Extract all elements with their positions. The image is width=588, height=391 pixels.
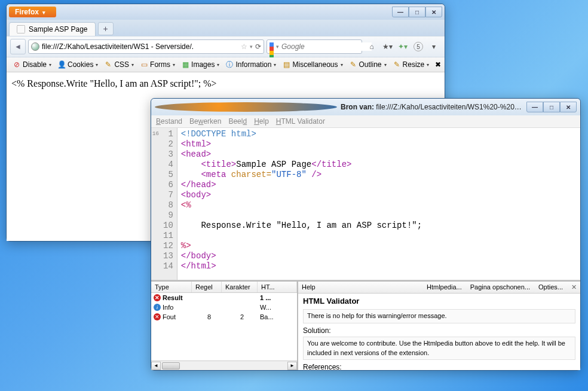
dropdown-icon[interactable]: ▾ <box>250 44 253 50</box>
source-window-controls: — □ ✕ <box>526 102 577 112</box>
bookmarks-icon[interactable]: ★▾ <box>380 40 394 53</box>
help-panel: Help Htmlpedia... Pagina opschonen... Op… <box>298 282 580 370</box>
code-area[interactable]: <!DOCTYPE html><html><head> <title>Sampl… <box>177 128 580 280</box>
window-controls: — □ ✕ <box>392 7 442 17</box>
new-tab-button[interactable]: + <box>98 22 114 35</box>
cookies-icon: 👤 <box>57 60 66 69</box>
help-title: HTML Validator <box>303 296 575 307</box>
scroll-left-icon[interactable]: ◄ <box>151 362 161 370</box>
table-body: ✕Result1 ...iInfoW...✕Fout82Ba... <box>151 293 297 361</box>
error-icon: ✕ <box>154 313 161 320</box>
counter-badge[interactable]: 5 <box>411 40 425 53</box>
scroll-thumb[interactable] <box>162 362 180 369</box>
error-icon: ✕ <box>154 294 161 301</box>
firefox-icon <box>155 102 337 112</box>
validator-panels: Type Regel Karakter HT... ✕Result1 ...iI… <box>151 280 580 370</box>
star-icon[interactable]: ☆ <box>241 42 247 51</box>
info-icon: ⓘ <box>225 60 234 69</box>
minimize-button[interactable]: — <box>392 7 409 17</box>
navigation-bar: ◄ ☆ ▾ ⟳ ▾ ⌂ ★▾ ✦▾ 5 ▾ <box>7 36 445 57</box>
scroll-right-icon[interactable]: ► <box>287 362 297 370</box>
col-char[interactable]: Karakter <box>222 282 258 292</box>
help-body: HTML Validator There is no help for this… <box>298 294 580 370</box>
dev-forms[interactable]: ▭Forms <box>137 59 177 70</box>
back-button[interactable]: ◄ <box>10 39 26 54</box>
dev-outline[interactable]: ✎Outline <box>347 59 389 70</box>
reload-icon[interactable]: ⟳ <box>255 42 261 51</box>
menu-validator[interactable]: HTML Validator <box>276 117 325 126</box>
info-icon: i <box>154 304 161 311</box>
menu-help[interactable]: Help <box>254 117 269 126</box>
close-button[interactable]: ✕ <box>560 102 577 112</box>
search-bar[interactable]: ▾ <box>267 39 362 54</box>
disable-icon: ⊘ <box>13 60 21 69</box>
solution-label: Solution: <box>303 326 575 336</box>
globe-icon <box>31 42 39 51</box>
url-bar[interactable]: ☆ ▾ ⟳ <box>28 39 264 54</box>
dev-disable[interactable]: ⊘Disable <box>10 59 54 70</box>
options-link[interactable]: Opties... <box>538 283 563 291</box>
table-header: Type Regel Karakter HT... <box>151 282 297 293</box>
maximize-button[interactable]: □ <box>409 7 425 17</box>
minimize-button[interactable]: — <box>526 102 543 112</box>
dev-cookies[interactable]: 👤Cookies <box>55 59 100 70</box>
tab-active[interactable]: Sample ASP Page <box>9 22 96 36</box>
overflow-icon[interactable]: ▾ <box>427 40 441 53</box>
images-icon: ▦ <box>181 60 189 69</box>
dev-resize[interactable]: ✎Resize <box>390 59 432 70</box>
addon-icon[interactable]: ✦▾ <box>396 40 410 53</box>
horizontal-scrollbar[interactable]: ◄ ► <box>151 361 297 370</box>
table-row[interactable]: iInfoW... <box>151 303 297 312</box>
line-gutter: 16 1234567891011121314 <box>151 128 177 280</box>
gutter-error-count: 16 <box>152 129 159 139</box>
references-label: References: <box>303 362 575 370</box>
dev-images[interactable]: ▦Images <box>179 59 222 70</box>
dev-information[interactable]: ⓘInformation <box>223 59 278 70</box>
dev-miscellaneous[interactable]: ▤Miscellaneous <box>280 59 345 70</box>
dev-css[interactable]: ✎CSS <box>102 59 136 70</box>
menu-file[interactable]: Bestand <box>156 117 182 126</box>
source-window: Bron van: file:///Z:/Kaho/Lesactiviteite… <box>151 98 581 371</box>
firefox-menu-button[interactable]: Firefox <box>9 7 56 17</box>
help-panel-header: Help Htmlpedia... Pagina opschonen... Op… <box>298 282 580 294</box>
cleanup-link[interactable]: Pagina opschonen... <box>470 283 530 291</box>
dev-tools[interactable]: ✖To <box>433 59 441 70</box>
page-icon <box>17 25 25 33</box>
developer-toolbar: ⊘Disable 👤Cookies ✎CSS ▭Forms ▦Images ⓘI… <box>7 57 445 72</box>
resize-icon: ✎ <box>393 60 401 69</box>
code-panel: 16 1234567891011121314 <!DOCTYPE html><h… <box>151 128 580 280</box>
solution-text: You are welcome to contribute. Use the H… <box>303 337 575 360</box>
toolbar-icons: ⌂ ★▾ ✦▾ 5 ▾ <box>365 40 441 53</box>
search-dropdown-icon[interactable]: ▾ <box>276 44 279 50</box>
url-input[interactable] <box>42 42 238 51</box>
close-button[interactable]: ✕ <box>425 7 442 17</box>
forms-icon: ▭ <box>140 60 148 69</box>
col-line[interactable]: Regel <box>192 282 222 292</box>
firefox-titlebar[interactable]: Firefox — □ ✕ <box>7 4 445 20</box>
tab-title: Sample ASP Page <box>29 25 88 33</box>
help-tab[interactable]: Help <box>302 283 316 291</box>
table-row[interactable]: ✕Fout82Ba... <box>151 312 297 322</box>
maximize-button[interactable]: □ <box>543 102 560 112</box>
table-row[interactable]: ✕Result1 ... <box>151 293 297 303</box>
menu-view[interactable]: Beeld <box>228 117 247 126</box>
close-panel-icon[interactable]: ✕ <box>571 283 577 291</box>
tools-icon: ✖ <box>435 60 441 69</box>
search-input[interactable] <box>281 42 372 51</box>
source-menubar: Bestand Bewerken Beeld Help HTML Validat… <box>151 115 580 128</box>
google-icon <box>270 42 274 51</box>
menu-edit[interactable]: Bewerken <box>189 117 221 126</box>
help-message: There is no help for this warning/error … <box>303 309 575 323</box>
error-table: Type Regel Karakter HT... ✕Result1 ...iI… <box>151 282 298 370</box>
outline-icon: ✎ <box>349 60 357 69</box>
htmlpedia-link[interactable]: Htmlpedia... <box>427 283 462 291</box>
col-type[interactable]: Type <box>151 282 192 292</box>
source-titlebar[interactable]: Bron van: file:///Z:/Kaho/Lesactiviteite… <box>151 99 580 115</box>
col-html[interactable]: HT... <box>258 282 297 292</box>
source-title: Bron van: file:///Z:/Kaho/Lesactiviteite… <box>341 103 523 111</box>
home-icon[interactable]: ⌂ <box>365 40 379 53</box>
tab-strip: Sample ASP Page + <box>7 20 445 36</box>
css-icon: ✎ <box>104 60 112 69</box>
misc-icon: ▤ <box>282 60 290 69</box>
